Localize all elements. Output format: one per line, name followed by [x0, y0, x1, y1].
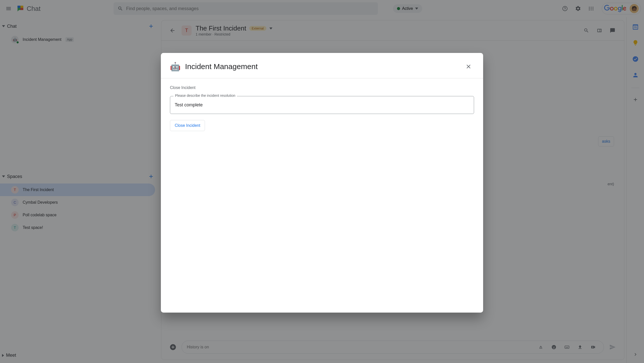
- close-incident-button[interactable]: Close Incident: [170, 120, 205, 131]
- close-icon: [465, 63, 472, 70]
- dialog-header: 🤖 Incident Management: [161, 53, 483, 78]
- resolution-field-wrap: Please describe the incident resolution: [170, 96, 474, 114]
- robot-icon: 🤖: [170, 62, 181, 72]
- modal-overlay[interactable]: 🤖 Incident Management Close Incident Ple…: [0, 0, 644, 363]
- dialog-title: Incident Management: [185, 62, 458, 71]
- dialog-body: Close Incident Please describe the incid…: [161, 78, 483, 138]
- resolution-input[interactable]: [170, 96, 474, 114]
- resolution-field-label: Please describe the incident resolution: [173, 94, 237, 98]
- close-incident-section-label: Close Incident: [170, 85, 474, 90]
- incident-management-dialog: 🤖 Incident Management Close Incident Ple…: [161, 53, 483, 313]
- close-dialog-button[interactable]: [463, 61, 474, 72]
